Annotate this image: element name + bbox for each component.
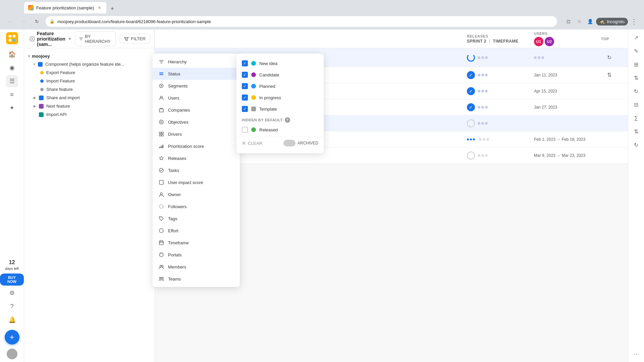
status-item-in-progress[interactable]: ✓ In progress	[236, 92, 324, 103]
list-item[interactable]: ▶ Next feature	[24, 102, 155, 110]
settings-icon[interactable]: ⚙	[6, 287, 18, 299]
url-bar[interactable]: 🔒 moojoey.productboard.com/feature-board…	[46, 16, 557, 27]
forward-button[interactable]: →	[19, 17, 28, 26]
view-title-chevron[interactable]: ▾	[69, 37, 71, 41]
help-icon[interactable]: ?	[6, 300, 18, 312]
table-icon[interactable]: ⊟	[631, 99, 642, 110]
sidebar-tag-icon[interactable]: ≡	[6, 88, 18, 101]
cursor-icon[interactable]: ↗	[631, 32, 642, 43]
menu-item-tasks[interactable]: Tasks	[153, 164, 240, 176]
bookmark-icon[interactable]: ☆	[575, 17, 584, 26]
bell-icon[interactable]: 🔔	[6, 314, 18, 326]
top-label: Top	[601, 37, 609, 41]
menu-item-label: Status	[168, 71, 180, 76]
profile-icon[interactable]: 👤	[585, 17, 595, 26]
edit-icon[interactable]: ✎	[631, 46, 642, 56]
buy-now-button[interactable]: BUY NOW	[0, 274, 24, 286]
action-dot	[483, 138, 485, 141]
cast-icon[interactable]: ⊡	[564, 17, 573, 26]
menu-item-tags[interactable]: Tags	[153, 213, 240, 225]
sigma-icon[interactable]: ∑	[631, 113, 642, 123]
menu-item-users[interactable]: Users	[153, 92, 240, 104]
sidebar-list-icon[interactable]: ☰	[6, 75, 18, 87]
hidden-section-label: HIDDEN BY DEFAULT	[242, 118, 283, 122]
menu-item-companies[interactable]: Companies	[153, 104, 240, 116]
menu-item-prioritization[interactable]: Prioritization score	[153, 140, 240, 152]
status-checkbox-candidate[interactable]: ✓	[242, 72, 248, 78]
active-tab[interactable]: Feature prioritization (sample) ✕	[24, 2, 106, 13]
component-chevron-icon: ▾	[34, 62, 35, 66]
status-item-template[interactable]: ✓ Template	[236, 103, 324, 115]
menu-item-status[interactable]: Status	[153, 68, 240, 80]
grid-icon[interactable]: ⊞	[631, 59, 642, 70]
menu-item-releases[interactable]: Releases	[153, 152, 240, 164]
check-icon: ✓	[467, 71, 475, 79]
list-item[interactable]: Share feature	[24, 85, 155, 94]
menu-item-followers[interactable]: Followers	[153, 200, 240, 213]
sort-icon[interactable]: ⇅	[604, 70, 614, 80]
sort-az-icon[interactable]: ⇅	[631, 72, 642, 83]
refresh-right-icon[interactable]: ↻	[631, 86, 642, 97]
menu-item-members[interactable]: Members	[153, 261, 240, 273]
refresh-icon[interactable]: ↻	[604, 52, 614, 63]
user-impact-menu-icon	[158, 179, 165, 186]
logo[interactable]	[6, 32, 18, 44]
back-button[interactable]: ←	[5, 17, 15, 26]
menu-item-owner[interactable]: Owner	[153, 188, 240, 200]
tab-close-button[interactable]: ✕	[97, 5, 102, 10]
menu-item-teams[interactable]: Teams	[153, 273, 240, 285]
svg-rect-16	[159, 132, 161, 134]
sidebar-home-icon[interactable]: 🏠	[6, 48, 18, 60]
list-item[interactable]: Export Feature	[24, 68, 155, 77]
refresh-right2-icon[interactable]: ↻	[631, 139, 642, 150]
members-menu-icon	[158, 263, 165, 270]
help-circle-icon[interactable]: ?	[285, 117, 290, 123]
browser-menu-button[interactable]: ⋮	[629, 17, 639, 25]
menu-item-portals[interactable]: Portals	[153, 249, 240, 261]
action-dot	[478, 154, 480, 157]
user-u1-avatar: U1	[534, 37, 543, 46]
status-checkbox-released[interactable]	[242, 127, 248, 133]
status-dot-planned	[251, 84, 256, 88]
status-checkbox-in-progress[interactable]: ✓	[242, 95, 248, 101]
menu-item-objectives[interactable]: Objectives	[153, 116, 240, 128]
status-item-planned[interactable]: ✓ Planned	[236, 80, 324, 92]
sidebar-nav-icon[interactable]: ◉	[6, 62, 18, 74]
tree-component-item[interactable]: ▾ Component (helps organize feature ide.…	[24, 60, 155, 68]
chart-right-icon[interactable]: ⇅	[631, 126, 642, 137]
status-label-in-progress: In progress	[259, 95, 281, 100]
list-item[interactable]: ▶ Import API	[24, 110, 155, 119]
menu-item-user-impact[interactable]: User impact score	[153, 176, 240, 188]
status-checkbox-planned[interactable]: ✓	[242, 83, 248, 89]
status-item-released[interactable]: Released	[236, 124, 324, 135]
menu-item-segments[interactable]: Segments	[153, 80, 240, 92]
hierarchy-button[interactable]: BY HIERARCHY	[75, 32, 116, 46]
new-tab-button[interactable]: +	[108, 4, 117, 13]
clear-button[interactable]: CLEAR	[242, 141, 262, 146]
more-dots-icon[interactable]: ⋯	[631, 349, 642, 359]
status-item-new-idea[interactable]: ✓ New idea	[236, 58, 324, 69]
status-checkbox-template[interactable]: ✓	[242, 106, 248, 112]
svg-rect-17	[162, 132, 163, 134]
svg-point-25	[160, 193, 162, 195]
list-item[interactable]: ▶ Share and import	[24, 94, 155, 102]
user-avatar[interactable]	[7, 349, 17, 359]
svg-rect-8	[159, 74, 163, 75]
list-item[interactable]: Import Feature	[24, 77, 155, 85]
menu-item-drivers[interactable]: Drivers	[153, 128, 240, 140]
menu-item-hierarchy[interactable]: Hierarchy	[153, 56, 240, 68]
releases-label: RELEASES	[467, 34, 488, 38]
filter-button[interactable]: FILTER	[120, 34, 150, 44]
tab-bar: Feature prioritization (sample) ✕ +	[0, 0, 644, 13]
incognito-button[interactable]: 🕵 Incognito	[596, 18, 628, 25]
menu-item-effort[interactable]: Effort	[153, 225, 240, 237]
archived-toggle[interactable]	[283, 140, 296, 146]
status-checkbox-new-idea[interactable]: ✓	[242, 60, 248, 66]
add-fab-button[interactable]: +	[5, 330, 19, 345]
menu-item-timeframe[interactable]: Timeframe	[153, 237, 240, 249]
tree-group-header[interactable]: ▾ moojoey	[24, 52, 155, 60]
status-label-candidate: Candidate	[259, 72, 279, 77]
reload-button[interactable]: ↻	[32, 17, 42, 26]
sidebar-star-icon[interactable]: ✦	[6, 102, 18, 114]
status-item-candidate[interactable]: ✓ Candidate	[236, 69, 324, 80]
